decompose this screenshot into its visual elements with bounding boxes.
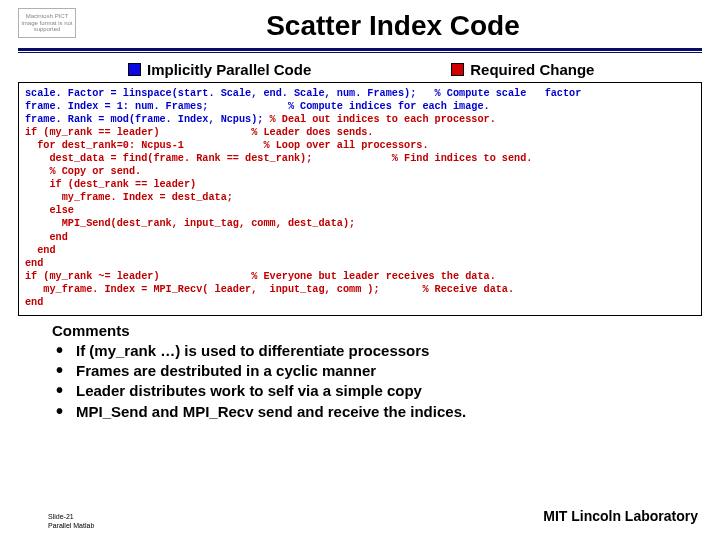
footer-subtitle: Parallel Matlab <box>48 522 94 530</box>
comment-item: If (my_rank …) is used to differentiate … <box>52 341 702 361</box>
slide-title: Scatter Index Code <box>84 8 702 42</box>
comments-heading: Comments <box>52 322 702 339</box>
legend-required: Required Change <box>451 61 594 78</box>
footer-right: MIT Lincoln Laboratory <box>543 508 698 524</box>
comment-item: Leader distributes work to self via a si… <box>52 381 702 401</box>
legend-implicit: Implicitly Parallel Code <box>128 61 311 78</box>
square-icon <box>128 63 141 76</box>
legend: Implicitly Parallel Code Required Change <box>18 53 702 82</box>
footer-left: Slide-21 Parallel Matlab <box>48 513 94 530</box>
pict-placeholder: Macintosh PICT image format is not suppo… <box>18 8 76 38</box>
code-listing: scale. Factor = linspace(start. Scale, e… <box>18 82 702 316</box>
comment-item: Frames are destributed in a cyclic manne… <box>52 361 702 381</box>
slide-number: Slide-21 <box>48 513 94 521</box>
comment-item: MPI_Send and MPI_Recv send and receive t… <box>52 402 702 422</box>
legend-label: Required Change <box>470 61 594 78</box>
comments-section: Comments If (my_rank …) is used to diffe… <box>18 322 702 422</box>
square-icon <box>451 63 464 76</box>
legend-label: Implicitly Parallel Code <box>147 61 311 78</box>
